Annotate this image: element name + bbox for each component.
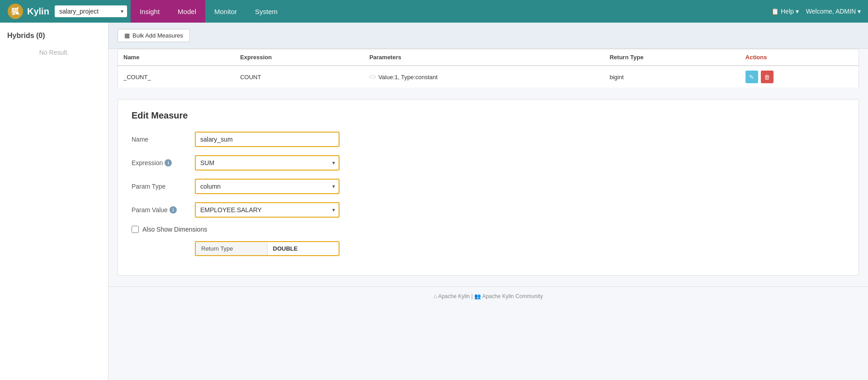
brand-logo: 狐 [7, 3, 24, 19]
edit-form-section: Edit Measure Name Expression i SUM COUNT… [118, 99, 859, 276]
edit-form-title: Edit Measure [132, 110, 845, 121]
brand: 狐 Kylin [7, 3, 49, 19]
table-icon: ▦ [124, 32, 130, 39]
param-type-select[interactable]: column constant [195, 179, 340, 194]
sidebar-no-result: No Result. [7, 49, 101, 56]
also-show-label[interactable]: Also Show Dimensions [142, 226, 207, 233]
bulk-add-label: Bulk Add Measures [132, 32, 183, 39]
param-value-text: Value:1, Type:constant [378, 74, 438, 81]
param-type-select-wrapper: column constant [195, 179, 340, 194]
col-return-type: Return Type [604, 49, 740, 66]
param-value-select-wrapper: EMPLOYEE.SALARY EMPLOYEE.ID EMPLOYEE.NAM… [195, 202, 340, 218]
cell-actions: ✎ 🗑 [740, 66, 859, 88]
col-actions: Actions [740, 49, 859, 66]
param-value-info-icon[interactable]: i [170, 206, 177, 214]
footer-link-kylin[interactable]: Apache Kylin [438, 293, 470, 299]
nav-model[interactable]: Model [169, 0, 205, 23]
footer-people-icon: 👥 [474, 293, 481, 299]
brand-name: Kylin [27, 6, 49, 17]
form-row-param-value: Param Value i EMPLOYEE.SALARY EMPLOYEE.I… [132, 202, 845, 218]
name-input[interactable] [195, 132, 340, 147]
col-expression: Expression [235, 49, 364, 66]
edit-button[interactable]: ✎ [745, 71, 758, 83]
param-value-label-text: Param Value [132, 206, 168, 214]
measures-table-wrapper: Name Expression Parameters Return Type A… [108, 49, 868, 88]
project-selector[interactable]: salary_project [55, 5, 127, 17]
sidebar-title: Hybrids (0) [7, 32, 101, 40]
measures-table: Name Expression Parameters Return Type A… [118, 49, 859, 88]
cell-expression: COUNT [235, 66, 364, 88]
table-row: _COUNT_ COUNT Value:1, Type:constant big… [118, 66, 859, 88]
form-row-param-type: Param Type column constant [132, 179, 845, 194]
param-cell: Value:1, Type:constant [369, 74, 599, 81]
table-body: _COUNT_ COUNT Value:1, Type:constant big… [118, 66, 859, 88]
help-icon: 📋 [771, 8, 779, 15]
param-box [369, 76, 376, 78]
footer-link-community[interactable]: Apache Kylin Community [482, 293, 543, 299]
cell-return-type: bigint [604, 66, 740, 88]
nav-links: Insight Model Monitor System [131, 0, 287, 23]
col-parameters: Parameters [364, 49, 604, 66]
col-name: Name [118, 49, 235, 66]
content-area: ▦ Bulk Add Measures Name Expression Para… [108, 23, 868, 380]
form-row-return-type: Return Type DOUBLE [132, 241, 845, 256]
help-button[interactable]: 📋 Help ▾ [771, 8, 799, 15]
table-header: Name Expression Parameters Return Type A… [118, 49, 859, 66]
also-show-row: Also Show Dimensions [132, 226, 845, 233]
welcome-chevron: ▾ [858, 8, 861, 15]
nav-system[interactable]: System [246, 0, 287, 23]
return-type-value: DOUBLE [268, 242, 339, 255]
expression-label-text: Expression [132, 159, 163, 166]
bulk-add-button[interactable]: ▦ Bulk Add Measures [118, 29, 190, 42]
return-type-label-inner: Return Type [196, 242, 268, 255]
navbar: 狐 Kylin salary_project Insight Model Mon… [0, 0, 868, 23]
form-row-name: Name [132, 132, 845, 147]
help-label: Help [781, 8, 794, 15]
footer-house-icon: ⌂ [434, 293, 437, 299]
svg-text:狐: 狐 [11, 7, 20, 16]
cell-name: _COUNT_ [118, 66, 235, 88]
navbar-right: 📋 Help ▾ Welcome, ADMIN ▾ [771, 8, 861, 15]
help-chevron: ▾ [796, 8, 799, 15]
welcome-button[interactable]: Welcome, ADMIN ▾ [806, 8, 861, 15]
main-container: Hybrids (0) No Result. ▦ Bulk Add Measur… [0, 23, 868, 380]
expression-label: Expression i [132, 159, 195, 166]
nav-monitor[interactable]: Monitor [205, 0, 246, 23]
delete-button[interactable]: 🗑 [761, 71, 774, 83]
form-row-expression: Expression i SUM COUNT AVG MIN MAX [132, 155, 845, 171]
name-label: Name [132, 136, 195, 143]
project-select-input[interactable]: salary_project [55, 5, 127, 17]
footer: ⌂ Apache Kylin | 👥 Apache Kylin Communit… [108, 286, 868, 306]
return-type-box: Return Type DOUBLE [195, 241, 340, 256]
cell-parameters: Value:1, Type:constant [364, 66, 604, 88]
toolbar-bar: ▦ Bulk Add Measures [108, 23, 868, 49]
param-type-label: Param Type [132, 183, 195, 190]
param-value-select[interactable]: EMPLOYEE.SALARY EMPLOYEE.ID EMPLOYEE.NAM… [195, 202, 340, 218]
param-value-label: Param Value i [132, 206, 195, 214]
also-show-checkbox[interactable] [132, 226, 139, 233]
sidebar: Hybrids (0) No Result. [0, 23, 108, 380]
expression-select-wrapper: SUM COUNT AVG MIN MAX [195, 155, 340, 171]
nav-insight[interactable]: Insight [131, 0, 169, 23]
action-buttons: ✎ 🗑 [745, 71, 853, 83]
welcome-label: Welcome, ADMIN [806, 8, 856, 15]
expression-select[interactable]: SUM COUNT AVG MIN MAX [195, 155, 340, 171]
expression-info-icon[interactable]: i [165, 159, 172, 166]
